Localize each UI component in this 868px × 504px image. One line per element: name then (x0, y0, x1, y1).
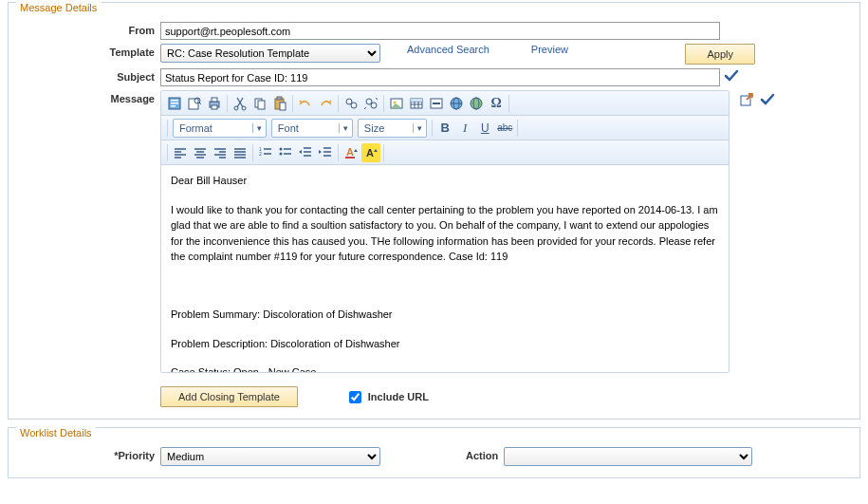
subject-row: Subject (18, 66, 850, 88)
worklist-details-panel: Worklist Details *Priority Medium Action (8, 427, 860, 478)
svg-point-34 (471, 98, 482, 109)
priority-select[interactable]: Medium (160, 447, 380, 466)
svg-rect-2 (171, 103, 178, 104)
chevron-down-icon: ▾ (339, 123, 352, 133)
spellcheck-icon[interactable] (724, 68, 739, 84)
underline-button[interactable]: U (475, 119, 494, 138)
svg-rect-13 (258, 101, 265, 109)
greeting: Dear Bill Hauser (171, 173, 719, 189)
replace-icon[interactable] (361, 94, 380, 113)
cut-icon[interactable] (231, 94, 249, 113)
svg-point-56 (280, 147, 283, 150)
editor-body[interactable]: Dear Bill Hauser I would like to thank y… (161, 165, 729, 372)
bullet-list-icon[interactable] (276, 143, 295, 162)
svg-text:2: 2 (259, 151, 262, 157)
worklist-row: *Priority Medium Action (18, 445, 850, 468)
separator (338, 95, 339, 112)
svg-rect-3 (171, 105, 175, 107)
svg-point-18 (351, 103, 357, 108)
case-status: Case Status: Open - New Case (171, 364, 719, 372)
svg-point-57 (280, 152, 283, 155)
editor-side-icons (735, 90, 775, 107)
italic-button[interactable]: I (455, 119, 474, 138)
svg-line-6 (199, 103, 201, 104)
align-left-icon[interactable] (171, 143, 190, 162)
template-label: Template (18, 44, 160, 58)
separator (167, 144, 168, 161)
rich-text-editor: Ω Format ▾ Font ▾ Size (160, 90, 729, 373)
svg-rect-28 (411, 99, 422, 102)
undo-icon[interactable] (296, 94, 315, 113)
redo-icon[interactable] (316, 94, 335, 113)
copy-icon[interactable] (250, 94, 269, 113)
link-icon[interactable] (447, 94, 466, 113)
spellcheck-icon[interactable] (760, 92, 775, 107)
editor-toolbar-3: 12 A A (161, 140, 729, 165)
svg-rect-4 (189, 99, 198, 109)
svg-rect-16 (280, 103, 286, 110)
separator (338, 144, 339, 161)
subject-label: Subject (18, 68, 160, 83)
popout-icon[interactable] (739, 92, 754, 107)
message-row: Message (18, 88, 850, 375)
advanced-search-link[interactable]: Advanced Search (405, 44, 491, 55)
preview-link[interactable]: Preview (529, 44, 570, 55)
anchor-icon[interactable] (467, 94, 486, 113)
action-label: Action (466, 447, 504, 461)
action-select[interactable] (504, 447, 752, 466)
separator (508, 95, 509, 112)
svg-rect-9 (212, 105, 217, 109)
preview-icon[interactable] (185, 94, 204, 113)
paste-icon[interactable] (270, 94, 289, 113)
format-combo[interactable]: Format ▾ (173, 119, 267, 138)
separator (167, 120, 168, 137)
indent-icon[interactable] (316, 143, 335, 162)
find-icon[interactable] (342, 94, 360, 113)
from-input[interactable] (160, 22, 720, 40)
bold-button[interactable]: B (435, 119, 454, 138)
template-select[interactable]: RC: Case Resolution Template (160, 44, 380, 63)
include-url-label: Include URL (368, 391, 429, 402)
separator (432, 120, 433, 137)
bg-color-icon[interactable]: A (361, 143, 380, 162)
include-url-checkbox[interactable] (349, 391, 361, 403)
subject-input[interactable] (160, 68, 720, 86)
panel-title-worklist: Worklist Details (16, 427, 96, 439)
add-closing-template-button[interactable]: Add Closing Template (160, 386, 298, 407)
svg-point-11 (242, 106, 246, 110)
from-label: From (18, 22, 160, 36)
closing-row: Add Closing Template Include URL (18, 384, 850, 409)
numbered-list-icon[interactable]: 12 (256, 143, 275, 162)
svg-text:A: A (346, 146, 354, 158)
align-right-icon[interactable] (211, 143, 230, 162)
svg-point-10 (234, 106, 238, 110)
svg-point-20 (371, 103, 377, 108)
editor-toolbar-2: Format ▾ Font ▾ Size ▾ B I U ab (161, 116, 729, 140)
hr-icon[interactable] (427, 94, 446, 113)
message-details-panel: Message Details From Template RC: Case R… (8, 2, 860, 420)
problem-summary: Problem Summary: Discoloration of Dishwa… (171, 307, 719, 323)
font-combo[interactable]: Font ▾ (271, 119, 353, 138)
outdent-icon[interactable] (296, 143, 315, 162)
message-label: Message (18, 90, 160, 104)
size-combo[interactable]: Size ▾ (358, 119, 427, 138)
print-icon[interactable] (205, 94, 224, 113)
separator (383, 144, 384, 161)
specialchar-icon[interactable]: Ω (487, 94, 506, 113)
svg-rect-8 (212, 98, 217, 102)
table-icon[interactable] (407, 94, 426, 113)
align-justify-icon[interactable] (231, 143, 249, 162)
panel-title-message: Message Details (16, 2, 101, 13)
text-color-icon[interactable]: A (342, 143, 360, 162)
align-center-icon[interactable] (191, 143, 210, 162)
strikethrough-button[interactable]: abc (495, 119, 514, 138)
svg-rect-67 (345, 157, 355, 159)
separator (517, 120, 518, 137)
source-icon[interactable] (165, 94, 184, 113)
svg-rect-15 (277, 97, 282, 100)
apply-button[interactable]: Apply (685, 44, 755, 65)
template-row: Template RC: Case Resolution Template Ad… (18, 42, 850, 66)
image-icon[interactable] (387, 94, 406, 113)
priority-label: *Priority (18, 447, 160, 461)
separator (227, 95, 228, 112)
